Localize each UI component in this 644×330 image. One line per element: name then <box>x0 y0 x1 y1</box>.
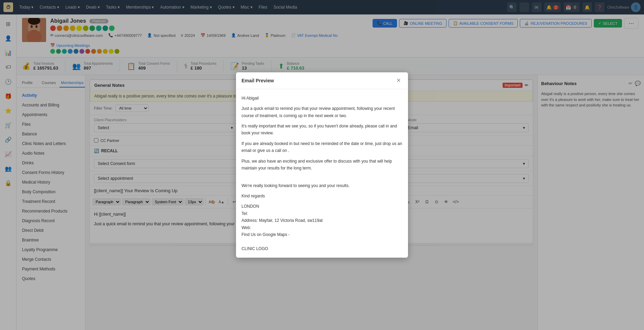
clinic-logo: CLINIC LOGO <box>242 245 402 252</box>
modal-para-3: If you are already booked in but need to… <box>242 140 402 154</box>
clinic-name: LONDON <box>242 203 402 210</box>
clinic-footer: LONDON Tel: Address: Mayfair, 12 Victori… <box>242 203 402 252</box>
modal-close-button[interactable]: ✕ <box>394 76 402 85</box>
modal-overlay[interactable]: Email Preview ✕ Hi Abigail Just a quick … <box>0 0 644 330</box>
modal-header: Email Preview ✕ <box>236 72 408 89</box>
modal-para-5: We're really looking forward to seeing y… <box>242 182 402 189</box>
clinic-tel: Tel: <box>242 210 402 217</box>
email-preview-modal: Email Preview ✕ Hi Abigail Just a quick … <box>236 72 408 258</box>
modal-para-1: Just a quick email to remind you that yo… <box>242 105 402 119</box>
modal-para-2: It's really important that we see you, s… <box>242 123 402 137</box>
modal-greeting: Hi Abigail <box>242 95 402 102</box>
modal-para-4: Plus, we also have an exciting and exclu… <box>242 158 402 172</box>
modal-body: Hi Abigail Just a quick email to remind … <box>236 89 408 258</box>
modal-regards: Kind regards <box>242 193 402 199</box>
clinic-maps: Find Us on Google Maps - <box>242 231 402 238</box>
modal-title: Email Preview <box>242 78 274 83</box>
clinic-address: Address: Mayfair, 12 Victoria Road, sw11… <box>242 217 402 224</box>
clinic-web: Web: <box>242 224 402 231</box>
